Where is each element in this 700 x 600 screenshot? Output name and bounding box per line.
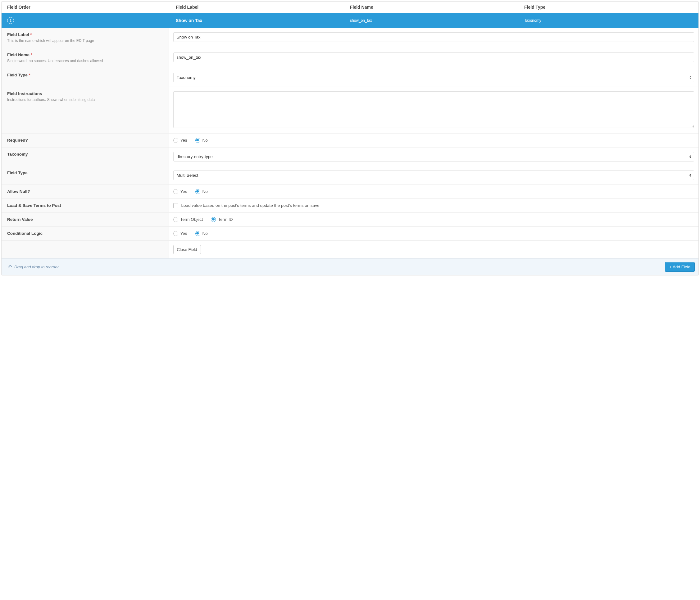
- row-instructions: Field Instructions Instructions for auth…: [2, 86, 698, 133]
- row-field-name: Field Name * Single word, no spaces. Und…: [2, 48, 698, 68]
- radio-icon: [195, 231, 200, 236]
- radio-return-term-id[interactable]: Term ID: [211, 217, 233, 222]
- radio-icon: [195, 189, 200, 194]
- radio-required-yes[interactable]: Yes: [173, 138, 187, 143]
- label-field-label: Field Label: [7, 32, 29, 37]
- header-name: Field Name: [350, 5, 524, 9]
- label-taxonomy: Taxonomy: [7, 152, 28, 156]
- field-summary-label: Show on Tax: [176, 18, 350, 23]
- field-settings: Field Label * This is the name which wil…: [2, 28, 698, 258]
- row-field-label: Field Label * This is the name which wil…: [2, 28, 698, 48]
- row-required: Required? Yes No: [2, 133, 698, 147]
- label-required: Required?: [7, 138, 28, 143]
- desc-instructions: Instructions for authors. Shown when sub…: [7, 97, 163, 102]
- desc-field-label: This is the name which will appear on th…: [7, 38, 163, 44]
- checkbox-icon: [173, 203, 178, 208]
- required-mark: *: [31, 52, 32, 57]
- field-summary-name: show_on_tax: [350, 18, 524, 23]
- curved-arrow-icon: ↶: [8, 264, 12, 270]
- header-label: Field Label: [176, 5, 350, 9]
- row-conditional-logic: Conditional Logic Yes No: [2, 226, 698, 241]
- column-headers: Field Order Field Label Field Name Field…: [2, 2, 698, 13]
- radio-icon: [173, 138, 178, 143]
- textarea-instructions[interactable]: [173, 91, 694, 128]
- required-mark: *: [29, 73, 30, 77]
- radio-allow-null-yes[interactable]: Yes: [173, 189, 187, 194]
- label-field-name: Field Name: [7, 52, 29, 57]
- radio-required-no[interactable]: No: [195, 138, 208, 143]
- field-summary-bar[interactable]: 1 Show on Tax show_on_tax Taxonomy: [2, 13, 698, 28]
- header-type: Field Type: [524, 5, 698, 9]
- row-load-save: Load & Save Terms to Post Load value bas…: [2, 198, 698, 212]
- label-conditional-logic: Conditional Logic: [7, 231, 43, 236]
- row-field-type: Field Type * Taxonomy ▴▾: [2, 68, 698, 86]
- header-order: Field Order: [2, 5, 176, 9]
- select-select-field-type[interactable]: Multi Select: [173, 171, 694, 180]
- radio-return-term-object[interactable]: Term Object: [173, 217, 203, 222]
- checkbox-load-save[interactable]: Load value based on the post's terms and…: [173, 203, 694, 208]
- field-order-number: 1: [7, 17, 14, 24]
- panel-footer: ↶ Drag and drop to reorder + Add Field: [2, 258, 698, 275]
- select-field-type[interactable]: Taxonomy: [173, 73, 694, 82]
- row-allow-null: Allow Null? Yes No: [2, 184, 698, 198]
- radio-allow-null-no[interactable]: No: [195, 189, 208, 194]
- radio-icon: [173, 231, 178, 236]
- select-taxonomy[interactable]: directory-entry-type: [173, 152, 694, 161]
- label-select-field-type: Field Type: [7, 171, 28, 175]
- radio-icon: [195, 138, 200, 143]
- label-instructions: Field Instructions: [7, 91, 42, 96]
- close-field-button[interactable]: Close Field: [173, 245, 201, 254]
- radio-icon: [211, 217, 216, 222]
- radio-icon: [173, 189, 178, 194]
- input-field-label[interactable]: [173, 32, 694, 42]
- radio-icon: [173, 217, 178, 222]
- radio-conditional-no[interactable]: No: [195, 231, 208, 236]
- add-field-button[interactable]: + Add Field: [665, 262, 695, 272]
- label-allow-null: Allow Null?: [7, 189, 30, 194]
- desc-field-name: Single word, no spaces. Underscores and …: [7, 58, 163, 64]
- input-field-name[interactable]: [173, 52, 694, 62]
- label-return-value: Return Value: [7, 217, 33, 222]
- row-close-field: Close Field: [2, 241, 698, 258]
- required-mark: *: [30, 32, 32, 37]
- radio-conditional-yes[interactable]: Yes: [173, 231, 187, 236]
- label-field-type: Field Type: [7, 73, 28, 77]
- label-load-save: Load & Save Terms to Post: [7, 203, 61, 208]
- field-editor-panel: Field Order Field Label Field Name Field…: [1, 1, 699, 275]
- row-taxonomy: Taxonomy directory-entry-type ▴▾: [2, 147, 698, 166]
- reorder-hint: ↶ Drag and drop to reorder: [8, 264, 59, 270]
- field-summary-type: Taxonomy: [524, 18, 698, 23]
- row-return-value: Return Value Term Object Term ID: [2, 212, 698, 226]
- row-select-field-type: Field Type Multi Select ▴▾: [2, 166, 698, 184]
